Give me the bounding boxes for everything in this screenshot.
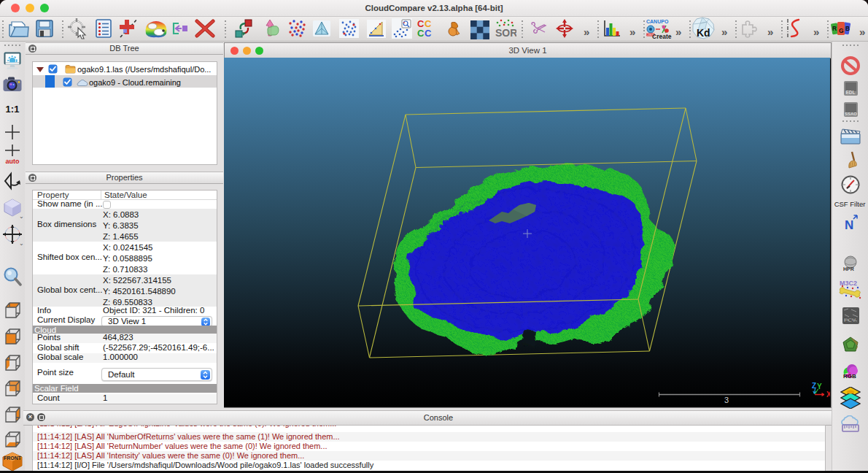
svg-text:R: R xyxy=(832,25,837,32)
svg-text:Z: Z xyxy=(812,382,816,390)
svg-text:SOR: SOR xyxy=(495,27,516,39)
svg-text:Kd: Kd xyxy=(697,27,710,39)
svg-text:N: N xyxy=(845,218,853,232)
svg-text:FRONT: FRONT xyxy=(4,455,22,461)
svg-text:B: B xyxy=(845,25,850,32)
svg-text:3: 3 xyxy=(724,396,729,404)
svg-text:X: X xyxy=(826,391,830,399)
svg-text:HPR: HPR xyxy=(843,266,854,272)
svg-text:PCV: PCV xyxy=(844,317,856,323)
svg-text:RGB: RGB xyxy=(843,373,856,380)
svg-text:Create: Create xyxy=(652,33,672,39)
svg-text:CANUPO: CANUPO xyxy=(646,19,669,24)
svg-text:C: C xyxy=(417,28,425,39)
svg-text:EDL: EDL xyxy=(846,90,856,95)
svg-text:G: G xyxy=(839,27,844,34)
svg-text:C: C xyxy=(425,28,432,39)
svg-text:SSAO: SSAO xyxy=(845,112,857,116)
